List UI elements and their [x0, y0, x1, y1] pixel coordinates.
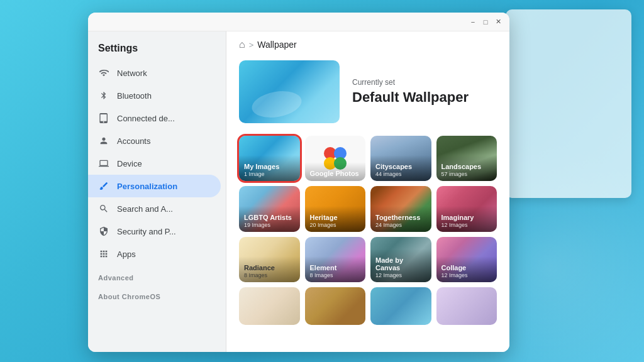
grid-item-row4b[interactable] [305, 287, 366, 325]
grid-item-row4d[interactable] [436, 287, 497, 325]
grid-item-togetherness[interactable]: Togetherness 24 Images [370, 186, 431, 231]
grid-item-lgbtq[interactable]: LGBTQ Artists 19 Images [239, 186, 300, 231]
current-wallpaper-preview [239, 60, 340, 123]
current-wallpaper-info: Currently set Default Wallpaper [352, 78, 469, 106]
grid-item-cityscapes[interactable]: Cityscapes 44 images [370, 136, 431, 181]
grid-item-collage[interactable]: Collage 12 Images [436, 237, 497, 282]
sidebar-item-search[interactable]: Search and A... [88, 197, 221, 220]
sidebar-item-device[interactable]: Device [88, 152, 221, 175]
grid-item-imaginary-label: Imaginary 12 Images [436, 206, 497, 232]
grid-item-my-images-label: My Images 1 Image [239, 155, 300, 181]
sidebar-title: Settings [88, 38, 226, 62]
grid-item-radiance-label: Radiance 8 Images [239, 256, 300, 282]
grid-item-landscapes-label: Landscapes 57 images [436, 155, 497, 181]
sidebar-label-device: Device [117, 159, 142, 168]
search-icon [98, 203, 109, 214]
grid-item-heritage-label: Heritage 20 Images [305, 206, 366, 232]
grid-icon [98, 248, 109, 260]
window-body: Settings Network Bluetooth Con [88, 31, 509, 352]
grid-item-radiance[interactable]: Radiance 8 Images [239, 237, 300, 282]
bluetooth-icon [98, 90, 109, 101]
sidebar-label-accounts: Accounts [117, 136, 150, 146]
grid-item-heritage[interactable]: Heritage 20 Images [305, 186, 366, 231]
breadcrumb: ⌂ > Wallpaper [226, 31, 509, 55]
grid-item-row4a[interactable] [239, 287, 300, 325]
sidebar-label-bluetooth: Bluetooth [117, 91, 152, 101]
maximize-button[interactable]: □ [480, 17, 491, 27]
sidebar-item-personalization[interactable]: Personalization [88, 175, 221, 197]
sidebar-item-bluetooth[interactable]: Bluetooth [88, 84, 221, 107]
sidebar-label-apps: Apps [117, 250, 136, 259]
about-label: About ChromeOS [88, 284, 226, 303]
grid-item-imaginary[interactable]: Imaginary 12 Images [436, 186, 497, 231]
sidebar-label-personalization: Personalization [117, 182, 177, 191]
wifi-icon [98, 67, 109, 79]
grid-item-google-photos-label: Google Photos [305, 162, 366, 181]
wallpaper-grid: My Images 1 Image Google Photos [226, 133, 509, 335]
sidebar: Settings Network Bluetooth Con [88, 31, 226, 352]
breadcrumb-separator: > [249, 40, 254, 50]
main-content: ⌂ > Wallpaper Currently set Default Wall… [226, 31, 509, 352]
grid-item-togetherness-label: Togetherness 24 Images [370, 206, 431, 232]
grid-item-element-label: Element 8 Images [305, 256, 366, 282]
currently-set-label: Currently set [352, 78, 469, 87]
close-button[interactable]: ✕ [493, 17, 503, 27]
sidebar-item-network[interactable]: Network [88, 62, 221, 84]
minimize-button[interactable]: − [468, 17, 478, 27]
background-window [506, 9, 631, 198]
grid-item-google-photos[interactable]: Google Photos [305, 136, 366, 181]
breadcrumb-current: Wallpaper [257, 40, 297, 50]
shield-icon [98, 226, 109, 237]
sidebar-item-connected[interactable]: Connected de... [88, 107, 221, 129]
grid-item-landscapes[interactable]: Landscapes 57 images [436, 136, 497, 181]
sidebar-item-accounts[interactable]: Accounts [88, 129, 221, 152]
grid-item-row4c[interactable] [370, 287, 431, 325]
titlebar: − □ ✕ [88, 13, 509, 31]
grid-item-collage-label: Collage 12 Images [436, 256, 497, 282]
grid-item-madebycanvas-label: Made by Canvas 12 Images [370, 249, 431, 282]
sidebar-item-apps[interactable]: Apps [88, 243, 221, 265]
wallpaper-name: Default Wallpaper [352, 89, 469, 106]
home-icon[interactable]: ⌂ [239, 39, 245, 50]
brush-icon [98, 180, 109, 192]
settings-window: − □ ✕ Settings Network Blueto [88, 13, 509, 352]
grid-item-lgbtq-label: LGBTQ Artists 19 Images [239, 206, 300, 232]
advanced-label: Advanced [88, 265, 226, 284]
laptop-icon [98, 158, 109, 169]
current-wallpaper-section: Currently set Default Wallpaper [226, 55, 509, 133]
sidebar-label-security: Security and P... [117, 227, 176, 236]
grid-item-cityscapes-label: Cityscapes 44 images [370, 155, 431, 181]
sidebar-label-network: Network [117, 69, 147, 78]
grid-item-my-images[interactable]: My Images 1 Image [239, 136, 300, 181]
person-icon [98, 135, 109, 146]
tablet-icon [98, 112, 109, 124]
sidebar-item-security[interactable]: Security and P... [88, 220, 221, 243]
sidebar-label-connected: Connected de... [117, 114, 175, 123]
grid-item-madebycanvas[interactable]: Made by Canvas 12 Images [370, 237, 431, 282]
sidebar-label-search: Search and A... [117, 204, 173, 214]
grid-item-element[interactable]: Element 8 Images [305, 237, 366, 282]
